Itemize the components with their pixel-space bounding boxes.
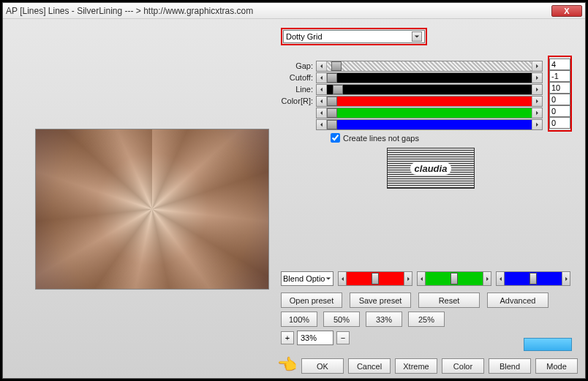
- blend-options-dropdown[interactable]: Blend Optio: [281, 271, 333, 286]
- content-area: Dotty Grid Gap: Cutoff:: [3, 19, 585, 378]
- slider-row-line: Line:: [281, 83, 543, 95]
- close-button[interactable]: X: [551, 5, 582, 17]
- bottom-buttons-row: OK Cancel Xtreme Color Blend Mode: [301, 358, 578, 374]
- blend-button[interactable]: Blend: [489, 358, 531, 374]
- preset-buttons-row: Open preset Save preset Reset Advanced: [281, 293, 549, 308]
- zoom-presets-row: 100% 50% 33% 25%: [281, 312, 445, 327]
- blend-red-thumb[interactable]: [372, 273, 379, 284]
- color-swatch[interactable]: [524, 338, 572, 351]
- zoom-value[interactable]: 33%: [297, 331, 333, 345]
- chevron-down-icon: [412, 31, 422, 42]
- close-icon: X: [564, 7, 569, 15]
- gap-label: Gap:: [281, 61, 316, 70]
- arrow-right-icon[interactable]: [532, 108, 542, 118]
- slider-row-color-r: Color[R]:: [281, 95, 543, 107]
- zoom-in-button[interactable]: +: [281, 331, 294, 344]
- arrow-right-icon[interactable]: [532, 85, 542, 94]
- blend-green-thumb[interactable]: [451, 273, 458, 284]
- arrow-right-icon[interactable]: [532, 97, 542, 106]
- plugin-window: AP [Lines] Lines - SilverLining --- > ht…: [2, 2, 586, 379]
- cutoff-slider[interactable]: [316, 72, 543, 83]
- author-logo: claudia: [387, 148, 475, 189]
- cutoff-track[interactable]: [327, 73, 532, 83]
- line-slider[interactable]: [316, 84, 543, 95]
- arrow-left-icon[interactable]: [417, 271, 426, 286]
- zoom-50-button[interactable]: 50%: [323, 312, 360, 327]
- mode-button[interactable]: Mode: [535, 358, 578, 374]
- xtreme-button[interactable]: Xtreme: [395, 358, 437, 374]
- preset-dropdown-value: Dotty Grid: [286, 32, 412, 41]
- color-b-value[interactable]: 0: [549, 117, 570, 129]
- blend-blue-slider[interactable]: [496, 271, 570, 286]
- preset-dropdown[interactable]: Dotty Grid: [283, 30, 425, 43]
- line-track[interactable]: [327, 85, 532, 94]
- cutoff-thumb[interactable]: [327, 73, 337, 83]
- gap-track[interactable]: [327, 61, 532, 71]
- blend-blue-thumb[interactable]: [529, 273, 537, 284]
- zoom-25-button[interactable]: 25%: [408, 312, 445, 327]
- line-label: Line:: [281, 85, 316, 94]
- slider-row-color-g: [281, 107, 543, 118]
- color-r-thumb[interactable]: [327, 97, 337, 106]
- gap-value[interactable]: 4: [549, 59, 570, 70]
- arrow-right-icon[interactable]: [532, 120, 542, 129]
- pointing-hand-icon: 👉: [278, 355, 298, 374]
- color-r-value[interactable]: 0: [549, 94, 570, 105]
- color-r-slider[interactable]: [316, 96, 543, 107]
- arrow-right-icon[interactable]: [562, 271, 570, 286]
- slider-row-color-b: [281, 118, 543, 130]
- save-preset-button[interactable]: Save preset: [350, 293, 411, 308]
- arrow-right-icon[interactable]: [532, 73, 542, 83]
- color-g-thumb[interactable]: [327, 108, 337, 118]
- zoom-out-button[interactable]: −: [336, 331, 350, 344]
- arrow-left-icon[interactable]: [317, 61, 327, 71]
- blend-options-value: Blend Optio: [283, 274, 325, 283]
- open-preset-button[interactable]: Open preset: [281, 293, 342, 308]
- arrow-left-icon[interactable]: [338, 271, 347, 286]
- cutoff-value[interactable]: -1: [549, 70, 570, 82]
- color-button[interactable]: Color: [442, 358, 484, 374]
- arrow-left-icon[interactable]: [317, 108, 327, 118]
- color-r-track[interactable]: [327, 97, 532, 106]
- color-b-track[interactable]: [327, 120, 532, 129]
- preview-image: [35, 129, 269, 290]
- color-g-track[interactable]: [327, 108, 532, 118]
- chevron-down-icon: [325, 274, 331, 283]
- blend-green-slider[interactable]: [417, 271, 491, 286]
- arrow-left-icon[interactable]: [317, 85, 327, 94]
- ok-button[interactable]: OK: [301, 358, 344, 374]
- color-g-slider[interactable]: [316, 107, 543, 118]
- gap-thumb[interactable]: [331, 61, 342, 71]
- gap-slider[interactable]: [316, 61, 543, 72]
- cutoff-label: Cutoff:: [281, 73, 316, 82]
- author-logo-text: claudia: [410, 162, 452, 175]
- line-value[interactable]: 10: [549, 82, 570, 94]
- advanced-button[interactable]: Advanced: [487, 293, 549, 308]
- arrow-right-icon[interactable]: [483, 271, 491, 286]
- arrow-left-icon[interactable]: [317, 120, 327, 129]
- arrow-left-icon[interactable]: [317, 97, 327, 106]
- create-lines-checkbox[interactable]: [331, 133, 340, 143]
- window-title: AP [Lines] Lines - SilverLining --- > ht…: [6, 6, 551, 16]
- value-column-highlight: 4 -1 10 0 0 0: [548, 56, 572, 132]
- create-lines-label: Create lines not gaps: [343, 134, 419, 143]
- line-thumb[interactable]: [333, 85, 343, 94]
- titlebar: AP [Lines] Lines - SilverLining --- > ht…: [3, 3, 585, 19]
- arrow-right-icon[interactable]: [404, 271, 412, 286]
- cancel-button[interactable]: Cancel: [348, 358, 391, 374]
- color-b-thumb[interactable]: [327, 120, 337, 129]
- blend-red-slider[interactable]: [338, 271, 412, 286]
- zoom-stepper: + 33% −: [281, 331, 350, 345]
- arrow-left-icon[interactable]: [496, 271, 505, 286]
- color-g-value[interactable]: 0: [549, 105, 570, 117]
- slider-row-gap: Gap:: [281, 60, 543, 72]
- create-lines-checkbox-row[interactable]: Create lines not gaps: [331, 133, 419, 143]
- zoom-33-button[interactable]: 33%: [366, 312, 402, 327]
- zoom-100-button[interactable]: 100%: [281, 312, 317, 327]
- sliders-panel: Gap: Cutoff:: [281, 60, 543, 130]
- reset-button[interactable]: Reset: [418, 293, 480, 308]
- arrow-left-icon[interactable]: [317, 73, 327, 83]
- color-b-slider[interactable]: [316, 119, 543, 130]
- color-r-label: Color[R]:: [281, 97, 316, 105]
- arrow-right-icon[interactable]: [532, 61, 542, 71]
